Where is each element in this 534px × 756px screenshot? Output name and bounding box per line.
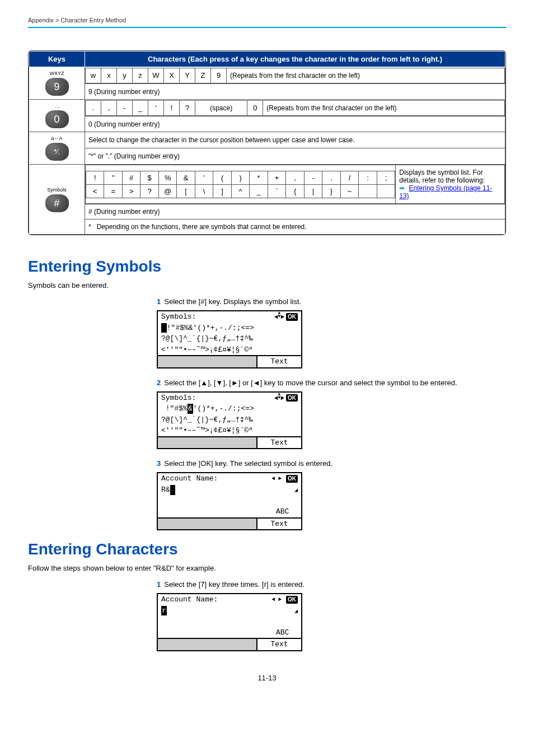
col-keys: Keys: [29, 52, 85, 67]
lcd-account-1: Account Name: ◄ ► OK R& ABC Text: [157, 472, 302, 530]
soft-text-button[interactable]: Text: [256, 355, 301, 367]
lcd-symbols-1: Symbols: ▲▼ OK !"#$%&'()*+,-./:;<=> ?@[\…: [157, 310, 302, 368]
ok-icon: OK: [286, 596, 298, 604]
entering-symbols-link[interactable]: Entering Symbols (page 11-13): [399, 184, 492, 200]
row9-numline: 9 (During number entry): [85, 84, 505, 100]
entering-characters-heading: Entering Characters: [28, 540, 506, 558]
breadcrumb: Appendix > Character Entry Method: [28, 17, 506, 24]
key-symbols: Symbols #: [29, 165, 85, 235]
symbols-step-3: 3Select the [OK] key. The selected symbo…: [157, 459, 506, 530]
symbols-side-text: Displays the symbol list. For details, r…: [396, 165, 505, 204]
characters-step-1: 1Select the [7] key three times. [r] is …: [157, 580, 506, 651]
lcd-symbols-2: Symbols: ▲▼ OK !"#$%&'()*+,-./:;<=> ?@[\…: [157, 391, 302, 450]
nav-arrows-icon: ▲▼: [274, 394, 284, 401]
keypad-hash-icon: #: [45, 194, 69, 212]
nav-arrows-icon: ▲▼: [274, 312, 284, 320]
sym-numline: # (During number entry): [85, 204, 505, 220]
lcd-account-2: Account Name: ◄ ► OK r ABC Text: [157, 593, 302, 651]
case-numline: "*" or "." (During number entry): [85, 148, 505, 165]
case-desc: Select to change the character in the cu…: [85, 132, 505, 148]
arrow-icon: ➡: [399, 184, 405, 192]
repeat-note: (Repeats from the first character on the…: [227, 68, 505, 83]
keypad-star-icon: *⁄.: [45, 143, 69, 161]
ok-icon: OK: [286, 475, 298, 483]
symbols-step-1: 1Select the [#] key. Displays the symbol…: [157, 297, 506, 368]
soft-text-button[interactable]: Text: [256, 436, 301, 449]
header-rule: [28, 27, 506, 28]
soft-text-button[interactable]: Text: [256, 517, 301, 530]
entering-symbols-intro: Symbols can be entered.: [28, 281, 506, 290]
entering-symbols-heading: Entering Symbols: [28, 258, 506, 276]
key-case: a↔A *⁄.: [29, 132, 85, 165]
ok-icon: OK: [286, 313, 298, 321]
entering-characters-intro: Follow the steps shown below to enter "R…: [28, 564, 506, 572]
row0-numline: 0 (During number entry): [85, 116, 505, 132]
soft-text-button[interactable]: Text: [256, 638, 301, 650]
sym-note: * Depending on the functions, there are …: [85, 220, 505, 235]
ok-icon: OK: [286, 394, 298, 402]
keypad-0-icon: 0: [45, 110, 69, 128]
pen-icon: [294, 606, 298, 616]
pen-icon: [294, 485, 298, 495]
page-number: 11-13: [28, 674, 506, 682]
repeat-note: (Repeats from the first character on the…: [263, 100, 505, 115]
keys-table: Keys Characters (Each press of a key cha…: [28, 50, 506, 235]
keypad-9-icon: 9: [45, 78, 69, 96]
key-0: . , 0: [29, 100, 85, 132]
key-9: WXYZ 9: [29, 67, 85, 100]
col-chars: Characters (Each press of a key changes …: [85, 52, 505, 67]
symbols-step-2: 2Select the [▲], [▼], [►] or [◄] key to …: [157, 379, 506, 450]
